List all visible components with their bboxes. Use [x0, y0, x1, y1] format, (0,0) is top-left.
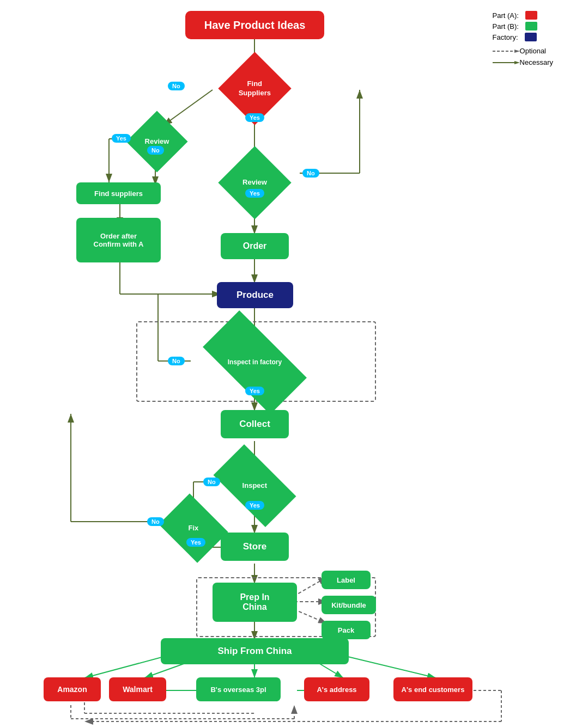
factory-label: Factory:: [493, 33, 518, 41]
svg-line-5: [163, 90, 213, 125]
optional-label: Optional: [520, 47, 546, 55]
ship-from-china-node: Ship From China: [161, 638, 349, 664]
inspect-diamond-node: Inspect: [213, 444, 296, 527]
legend: Part (A): Part (B): Factory: Optional Ne…: [493, 11, 553, 69]
find-suppliers-diamond-label: FindSuppliers: [239, 79, 271, 98]
produce-label: Produce: [236, 290, 274, 301]
label-node: Label: [322, 571, 371, 589]
no2-badge: No: [147, 146, 164, 155]
walmart-node: Walmart: [109, 677, 166, 701]
review2-label: Review: [242, 178, 267, 187]
prep-in-china-label: Prep In China: [240, 592, 269, 612]
fix-label: Fix: [189, 524, 199, 533]
store-label: Store: [243, 541, 266, 552]
no6-badge: No: [147, 517, 164, 526]
no1-badge: No: [168, 82, 185, 90]
yes1-badge: Yes: [245, 113, 264, 122]
part-a-color: [525, 11, 537, 20]
svg-marker-52: [514, 50, 520, 53]
a-address-node: A's address: [304, 677, 369, 701]
inspect-label: Inspect: [242, 481, 268, 491]
order-after-confirm-label: Order after Confirm with A: [94, 232, 144, 248]
yes2-badge: Yes: [112, 134, 131, 143]
order-label: Order: [243, 241, 267, 251]
order-node: Order: [221, 233, 289, 259]
find-suppliers-rect-node: Find suppliers: [76, 182, 161, 204]
a-address-label: A's address: [317, 686, 356, 694]
kit-bundle-node: Kit/bundle: [322, 596, 376, 614]
yes3-badge: Yes: [245, 189, 264, 198]
inspect-factory-label: Inspect in factory: [228, 358, 282, 367]
a-end-customers-label: A's end customers: [402, 686, 465, 694]
walmart-label: Walmart: [123, 685, 153, 694]
kit-bundle-label: Kit/bundle: [331, 601, 366, 609]
no4-badge: No: [168, 357, 185, 365]
yes5-badge: Yes: [245, 501, 264, 510]
b-overseas-3pl-label: B's overseas 3pl: [210, 686, 266, 694]
factory-color: [525, 33, 537, 41]
inspect-factory-diamond-node: Inspect in factory: [203, 310, 307, 414]
svg-marker-54: [514, 61, 520, 64]
label-label: Label: [337, 576, 355, 584]
review2-diamond-node: Review: [218, 146, 291, 219]
yes6-badge: Yes: [186, 538, 205, 547]
store-node: Store: [221, 533, 289, 561]
order-after-confirm-node: Order after Confirm with A: [76, 218, 161, 262]
find-suppliers-rect-label: Find suppliers: [94, 189, 143, 198]
pack-label: Pack: [338, 626, 354, 634]
have-product-ideas-label: Have Product Ideas: [204, 19, 306, 32]
fix-diamond-node: Fix: [159, 493, 228, 562]
amazon-label: Amazon: [57, 685, 87, 694]
necessary-label: Necessary: [520, 58, 553, 66]
have-product-ideas-node: Have Product Ideas: [185, 11, 324, 39]
a-end-customers-node: A's end customers: [393, 677, 472, 701]
part-b-color: [525, 22, 537, 30]
produce-node: Produce: [217, 282, 293, 308]
part-a-label: Part (A):: [493, 11, 519, 20]
review1-diamond-node: Review: [126, 111, 187, 172]
amazon-node: Amazon: [44, 677, 101, 701]
no3-badge: No: [302, 169, 319, 178]
pack-node: Pack: [322, 621, 371, 639]
collect-node: Collect: [221, 410, 289, 438]
ship-from-china-label: Ship From China: [218, 646, 292, 657]
prep-in-china-node: Prep In China: [213, 583, 297, 622]
no5-badge: No: [203, 478, 220, 486]
part-b-label: Part (B):: [493, 22, 519, 30]
collect-label: Collect: [239, 419, 270, 430]
b-overseas-3pl-node: B's overseas 3pl: [196, 677, 281, 701]
yes4-badge: Yes: [245, 387, 264, 395]
review1-label: Review: [145, 137, 169, 146]
